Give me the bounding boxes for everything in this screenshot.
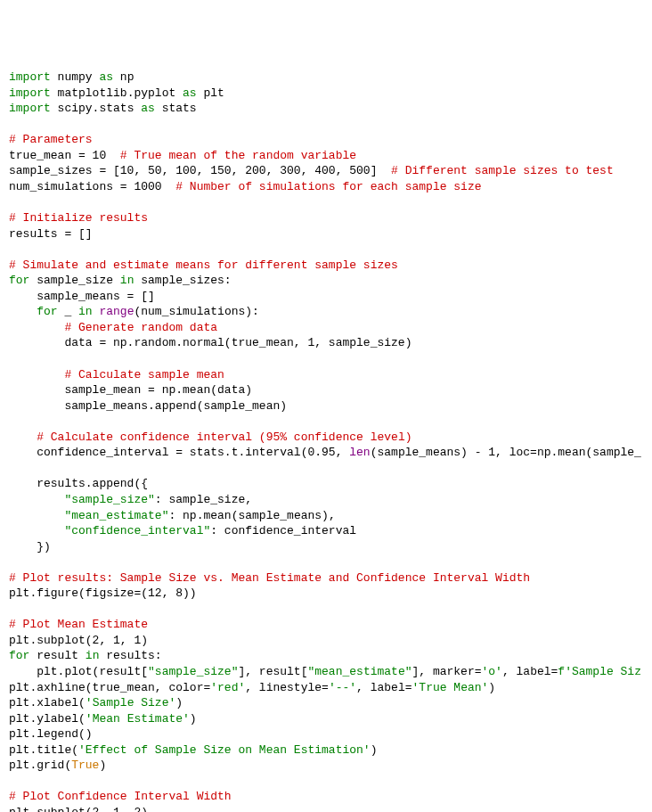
code-token: # Number of simulations for each sample … [175,180,481,193]
code-token: in [86,649,100,662]
code-line: # Plot Confidence Interval Width [9,789,643,805]
code-token: # Calculate confidence interval (95% con… [37,431,412,444]
code-token: sample_mean = np.mean(data) [9,383,252,397]
code-token [9,493,64,506]
code-token: # Generate random data [64,321,217,334]
code-token: results.append({ [9,477,148,490]
code-token: True [71,759,99,772]
code-line [9,351,643,367]
code-line: # Plot results: Sample Size vs. Mean Est… [9,570,643,586]
code-token: stats [155,102,197,115]
code-token: num_simulations = 1000 [9,180,175,193]
code-line: plt.grid(True) [9,758,643,774]
code-token: len [349,446,370,459]
code-token: plt.title( [9,743,78,757]
code-token: 'Effect of Sample Size on Mean Estimatio… [78,743,371,757]
code-line [9,774,643,790]
code-token: as [183,86,197,100]
code-token: }) [9,540,51,554]
code-token: ) [488,681,495,694]
code-line: import numpy as np [9,70,643,86]
code-line: plt.axhline(true_mean, color='red', line… [9,680,643,696]
code-token: sample_sizes: [134,274,231,287]
code-token: for [37,305,57,318]
code-token: sample_size [29,274,119,287]
code-token: np [113,70,134,84]
code-token: import [9,86,51,100]
code-token: plt.figure(figsize=(12, 8)) [9,586,197,600]
code-token: range [99,305,134,318]
code-line: for result in results: [9,648,643,664]
code-token: # Different sample sizes to test [391,164,614,177]
code-token: "sample_size" [148,665,238,678]
code-token: , label= [502,665,558,678]
code-token: plt.subplot(2, 1, 1) [9,634,148,647]
code-line: "mean_estimate": np.mean(sample_means), [9,508,643,524]
code-token: 'red' [210,681,245,694]
code-token: plt [197,86,224,100]
code-token: "confidence_interval" [64,524,210,537]
code-token: sample_means.append(sample_mean) [9,399,287,413]
code-token: # Plot Mean Estimate [9,618,148,631]
code-line: for sample_size in sample_sizes: [9,273,643,289]
code-line: sample_sizes = [10, 50, 100, 150, 200, 3… [9,163,643,179]
code-token [9,368,64,381]
code-token: scipy.stats [51,102,141,115]
code-token: # Initialize results [9,211,148,225]
code-token: (sample_means) - 1, loc=np.mean(sample_ [371,446,641,459]
code-token: : sample_size, [155,493,252,506]
code-line: plt.xlabel('Sample Size') [9,695,643,711]
code-token: ) [175,696,183,709]
code-token: plt.grid( [9,759,71,772]
code-line: confidence_interval = stats.t.interval(0… [9,445,643,461]
code-token: data = np.random.normal(true_mean, 1, sa… [9,336,412,349]
code-block: import numpy as npimport matplotlib.pypl… [9,70,643,812]
code-line: sample_means.append(sample_mean) [9,398,643,414]
code-line: for _ in range(num_simulations): [9,304,643,320]
code-line: plt.legend() [9,726,643,742]
code-token: 'Sample Size' [86,696,175,709]
code-token: 'True Mean' [412,681,489,694]
code-token: "mean_estimate" [307,665,412,678]
code-token: ) [371,743,378,757]
code-line: # Simulate and estimate means for differ… [9,258,643,274]
code-line [9,242,643,258]
code-token: ], result[ [238,665,307,678]
code-token: (num_simulations): [134,305,258,318]
code-token: sample_sizes = [10, 50, 100, 150, 200, 3… [9,164,391,177]
code-line: import scipy.stats as stats [9,101,643,117]
code-line [9,414,643,430]
code-token: 'Mean Estimate' [86,712,190,726]
code-line: plt.figure(figsize=(12, 8)) [9,586,643,602]
code-token: # Parameters [9,133,93,146]
code-token: plt.ylabel( [9,712,86,726]
code-token: matplotlib.pyplot [51,86,183,100]
code-line: # Generate random data [9,320,643,336]
code-token: "mean_estimate" [64,509,168,522]
code-token: result [29,649,85,662]
code-token: for [9,274,29,287]
code-line: plt.plot(result["sample_size"], result["… [9,664,643,680]
code-line: true_mean = 10 # True mean of the random… [9,148,643,164]
code-line: "confidence_interval": confidence_interv… [9,523,643,539]
code-token: : confidence_interval [210,524,356,537]
code-line: plt.title('Effect of Sample Size on Mean… [9,742,643,759]
code-line: sample_mean = np.mean(data) [9,382,643,398]
code-token: # True mean of the random variable [120,149,356,162]
code-token [9,431,37,444]
code-token [9,305,37,318]
code-token [9,321,64,334]
code-token: # Simulate and estimate means for differ… [9,258,398,272]
code-token: 'o' [482,665,502,678]
code-token: sample_means = [] [9,290,155,303]
code-token: as [99,70,113,84]
code-line [9,461,643,477]
code-token: ], marker= [412,665,482,678]
code-token: plt.xlabel( [9,696,86,709]
code-line: results = [] [9,226,643,242]
code-token: as [141,102,155,115]
code-line: data = np.random.normal(true_mean, 1, sa… [9,335,643,351]
code-token: in [78,305,93,318]
code-token: plt.legend() [9,727,93,741]
code-token: numpy [51,70,100,84]
